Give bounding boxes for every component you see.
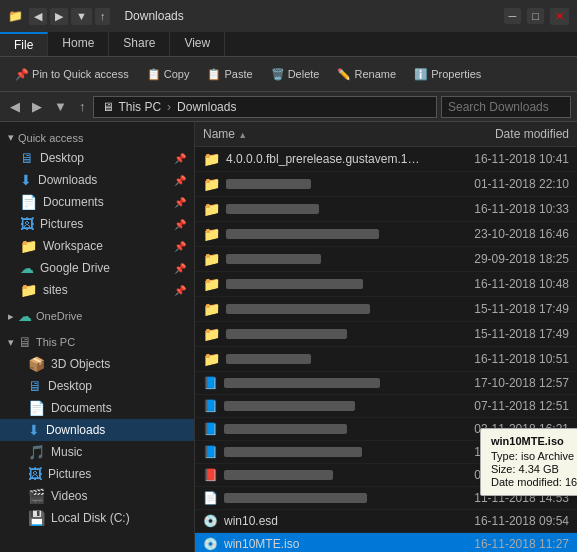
table-row[interactable]: 📁blurred_folder_216-11-2018 10:33 [195,197,577,222]
table-row[interactable]: 📁4.0.0.0.fbl_prerelease.gustavem.160815-… [195,147,577,172]
documents-pc-icon: 📄 [28,400,45,416]
downloads-icon: ⬇ [20,172,32,188]
quick-access-label: Quick access [18,132,83,144]
table-row[interactable]: 📁blurred_folder_323-10-2018 16:46 [195,222,577,247]
tab-view[interactable]: View [170,32,225,56]
tab-home[interactable]: Home [48,32,109,56]
addr-icon: 🖥 [102,100,114,114]
nav-back-btn[interactable]: ◀ [29,8,47,25]
sidebar-item-documents-quick[interactable]: 📄 Documents 📌 [0,191,194,213]
table-row[interactable]: 📘blurred_doc_117-10-2018 12:57 [195,372,577,395]
rename-btn[interactable]: ✏️ Rename [330,65,403,84]
sidebar-item-desktop-quick[interactable]: 🖥 Desktop 📌 [0,147,194,169]
nav-recent-btn[interactable]: ▼ [71,8,92,25]
table-row[interactable]: 📘blurred_doc_207-11-2018 12:51 [195,395,577,418]
pictures-icon: 🖼 [20,216,34,232]
file-name-cell: 📁blurred_folder_2 [195,199,445,219]
delete-btn[interactable]: 🗑️ Delete [264,65,327,84]
sidebar-item-workspace-quick[interactable]: 📁 Workspace 📌 [0,235,194,257]
file-name-cell: 📘blurred_doc_3 [195,420,445,438]
table-row[interactable]: 📁blurred_folder_516-11-2018 10:48 [195,272,577,297]
music-pc-icon: 🎵 [28,444,45,460]
pin-icon: 📌 [174,285,186,296]
maximize-btn[interactable]: □ [527,8,544,24]
sidebar-item-3d-objects[interactable]: 📦 3D Objects [0,353,194,375]
nav-up-btn[interactable]: ↑ [95,8,111,25]
addr-separator: › [167,100,171,114]
minimize-btn[interactable]: ─ [504,8,522,24]
addr-back-btn[interactable]: ◀ [6,97,24,116]
file-date-cell: 07-11-2018 12:51 [445,397,577,415]
file-name-text: blurred_folder_5 [226,279,363,289]
sidebar-item-documents-pc[interactable]: 📄 Documents [0,397,194,419]
file-date-cell: 16-11-2018 10:33 [445,200,577,218]
sidebar-item-pictures-pc[interactable]: 🖼 Pictures [0,463,194,485]
addr-this-pc[interactable]: This PC [118,100,161,114]
sidebar-item-label: 3D Objects [51,357,110,371]
col-header-name[interactable]: Name ▲ [195,125,445,143]
file-name-text: win10MTE.iso [224,537,299,551]
table-row[interactable]: 💿win10.esd16-11-2018 09:54 [195,510,577,533]
gdrive-icon: ☁ [20,260,34,276]
file-name-text: blurred_doc_4 [224,447,362,457]
title-bar-icon: 📁 [8,9,23,23]
onedrive-header[interactable]: ▸ ☁ OneDrive [0,305,194,327]
tab-file[interactable]: File [0,32,48,56]
sidebar-item-sites-quick[interactable]: 📁 sites 📌 [0,279,194,301]
this-pc-header[interactable]: ▾ 🖥 This PC [0,331,194,353]
sidebar-item-music-pc[interactable]: 🎵 Music [0,441,194,463]
sidebar-item-label: Workspace [43,239,103,253]
nav-forward-btn[interactable]: ▶ [50,8,68,25]
file-name-cell: 📘blurred_doc_2 [195,397,445,415]
table-row[interactable]: 📁blurred_folder_715-11-2018 17:49 [195,322,577,347]
addr-forward-btn[interactable]: ▶ [28,97,46,116]
sidebar-item-videos-pc[interactable]: 🎬 Videos [0,485,194,507]
sidebar-item-gdrive-quick[interactable]: ☁ Google Drive 📌 [0,257,194,279]
doc-file-icon: 📘 [203,422,218,436]
sidebar-item-label: Pictures [48,467,91,481]
table-row[interactable]: 📁blurred_folder_429-09-2018 18:25 [195,247,577,272]
file-name-text: blurred_doc_3 [224,424,347,434]
addr-downloads[interactable]: Downloads [177,100,236,114]
chevron-down-icon: ▾ [8,336,14,349]
file-date-cell: 16-11-2018 11:27 [445,535,577,552]
quick-access-section: ▾ Quick access 🖥 Desktop 📌 ⬇ Downloads 📌… [0,126,194,303]
table-row[interactable]: 📁blurred_folder_615-11-2018 17:49 [195,297,577,322]
copy-btn[interactable]: 📋 Copy [140,65,197,84]
pin-icon: 📌 [174,175,186,186]
tab-share[interactable]: Share [109,32,170,56]
sites-icon: 📁 [20,282,37,298]
search-input[interactable] [441,96,571,118]
address-path[interactable]: 🖥 This PC › Downloads [93,96,437,118]
close-btn[interactable]: ✕ [550,8,569,25]
tooltip-size: Size: 4.34 GB [491,463,577,475]
addr-up-btn[interactable]: ↑ [75,97,90,116]
addr-recent-btn[interactable]: ▼ [50,97,71,116]
table-row[interactable]: 📁blurred_folder_816-11-2018 10:51 [195,347,577,372]
sidebar-item-downloads-quick[interactable]: ⬇ Downloads 📌 [0,169,194,191]
sidebar-item-label: Music [51,445,82,459]
pdf-file-icon: 📕 [203,468,218,482]
sidebar-item-local-disk[interactable]: 💾 Local Disk (C:) [0,507,194,529]
file-name-cell: 📄blurred_misc [195,489,445,507]
sidebar-item-downloads-pc[interactable]: ⬇ Downloads [0,419,194,441]
doc-file-icon: 📘 [203,445,218,459]
ribbon: File Home Share View 📌 Pin to Quick acce… [0,32,577,92]
sidebar-item-desktop-pc[interactable]: 🖥 Desktop [0,375,194,397]
iso-file-icon: 💿 [203,537,218,551]
file-name-text: blurred_folder_3 [226,229,379,239]
tooltip-type: Type: iso Archive [491,450,577,462]
paste-btn[interactable]: 📋 Paste [200,65,259,84]
file-name-text: blurred_folder_6 [226,304,370,314]
file-name-cell: 📁blurred_folder_5 [195,274,445,294]
chevron-right-icon: ▸ [8,310,14,323]
pin-quick-access-btn[interactable]: 📌 Pin to Quick access [8,65,136,84]
sidebar-item-pictures-quick[interactable]: 🖼 Pictures 📌 [0,213,194,235]
properties-btn[interactable]: ℹ️ Properties [407,65,488,84]
this-pc-section: ▾ 🖥 This PC 📦 3D Objects 🖥 Desktop 📄 Doc… [0,329,194,531]
sidebar-item-label: sites [43,283,68,297]
col-header-date[interactable]: Date modified [445,125,577,143]
table-row[interactable]: 📁blurred_folder_101-11-2018 22:10 [195,172,577,197]
quick-access-header[interactable]: ▾ Quick access [0,128,194,147]
table-row[interactable]: 💿win10MTE.iso16-11-2018 11:27 [195,533,577,552]
